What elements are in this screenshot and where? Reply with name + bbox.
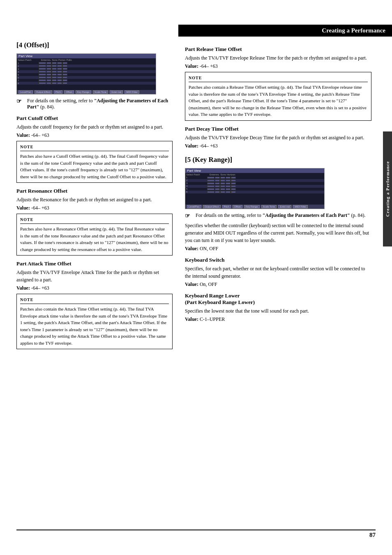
screenshot-keyrange: Part View Select Patch Enterres. Sons Ho… bbox=[185, 168, 325, 209]
section5-body: Specifies whether the controller (keyboa… bbox=[185, 222, 371, 244]
decay-value: Value: -64– +63 bbox=[185, 143, 371, 149]
bottom-divider bbox=[16, 530, 376, 530]
decay-body: Adjusts the TVA/TVF Envelope Decay Time … bbox=[185, 134, 371, 141]
release-body: Adjusts the TVA/TVF Envelope Release Tim… bbox=[185, 54, 371, 62]
page-number: 87 bbox=[369, 532, 376, 539]
keyboard-range-lower-heading: Keyboard Range Lower(Part Keyboard Range… bbox=[185, 292, 371, 306]
subsection-release: Part Release Time Offset Adjusts the TVA… bbox=[185, 46, 371, 121]
attack-heading: Part Attack Time Offset bbox=[16, 260, 173, 267]
cutoff-body: Adjusts the cutoff frequency for the pat… bbox=[16, 123, 173, 131]
cutoff-heading: Part Cutoff Offset bbox=[16, 115, 173, 122]
resonance-note-text: Patches also have a Resonance Offset set… bbox=[20, 226, 169, 253]
header-title: Creating a Performance bbox=[178, 25, 392, 37]
subsection-resonance: Part Resonance Offset Adjusts the Resona… bbox=[16, 188, 173, 256]
keyboard-range-lower-body: Specifies the lowest note that the tone … bbox=[185, 307, 371, 315]
ref-text-2: For details on the setting, refer to "Ad… bbox=[196, 212, 366, 219]
release-value: Value: -64– +63 bbox=[185, 63, 371, 69]
cutoff-note: NOTE Patches also have a Cutoff Offset s… bbox=[16, 141, 173, 183]
side-tab-text: Creating a Performance bbox=[385, 161, 390, 216]
right-column: Part Release Time Offset Adjusts the TVA… bbox=[185, 41, 371, 522]
keyboard-range-lower-value: Value: C-1–UPPER bbox=[185, 316, 371, 322]
subsection-decay: Part Decay Time Offset Adjusts the TVA/T… bbox=[185, 126, 371, 149]
subsection-attack: Part Attack Time Offset Adjusts the TVA/… bbox=[16, 260, 173, 349]
ref-icon-2: ☞ bbox=[185, 212, 193, 219]
resonance-heading: Part Resonance Offset bbox=[16, 188, 173, 194]
resonance-body: Adjusts the Resonance for the patch or r… bbox=[16, 196, 173, 203]
ref-line-1: ☞ For details on the setting, refer to "… bbox=[16, 98, 173, 110]
cutoff-value: Value: -64– +63 bbox=[16, 132, 173, 138]
ref-icon-1: ☞ bbox=[16, 98, 25, 105]
left-column: [4 (Offset)] Part View Select Patch Ente… bbox=[16, 41, 173, 522]
resonance-value: Value: -64– +63 bbox=[16, 205, 173, 211]
subsection-keyboard-switch: Keyboard Switch Specifies, for each part… bbox=[185, 257, 371, 288]
release-note-text: Patches also contain a Release Time Offs… bbox=[189, 84, 368, 118]
resonance-note: NOTE Patches also have a Resonance Offse… bbox=[16, 214, 173, 256]
cutoff-note-text: Patches also have a Cutoff Offset settin… bbox=[20, 153, 169, 180]
subsection-cutoff: Part Cutoff Offset Adjusts the cutoff fr… bbox=[16, 115, 173, 183]
subsection-keyboard-range-lower: Keyboard Range Lower(Part Keyboard Range… bbox=[185, 292, 371, 322]
attack-body: Adjusts the TVA/TVF Envelope Attack Time… bbox=[16, 269, 173, 283]
keyboard-switch-body: Specifies, for each part, whether or not… bbox=[185, 265, 371, 280]
release-note: NOTE Patches also contain a Release Time… bbox=[185, 72, 371, 121]
release-heading: Part Release Time Offset bbox=[185, 46, 371, 53]
keyboard-switch-value: Value: On, OFF bbox=[185, 281, 371, 288]
side-tab: Creating a Performance bbox=[383, 131, 392, 246]
section-5-heading: [5 (Key Range)] bbox=[185, 156, 371, 164]
screenshot-offset: Part View Select Patch Enterres. Sons Po… bbox=[16, 53, 156, 94]
attack-note-text: Patches also contain the Attack Time Off… bbox=[20, 306, 169, 346]
section-4-heading: [4 (Offset)] bbox=[16, 41, 173, 49]
main-content: [4 (Offset)] Part View Select Patch Ente… bbox=[16, 41, 371, 522]
section5-value: Value: ON, OFF bbox=[185, 246, 371, 252]
attack-note: NOTE Patches also contain the Attack Tim… bbox=[16, 294, 173, 349]
decay-heading: Part Decay Time Offset bbox=[185, 126, 371, 132]
keyboard-switch-heading: Keyboard Switch bbox=[185, 257, 371, 263]
ref-line-2: ☞ For details on the setting, refer to "… bbox=[185, 212, 371, 219]
attack-value: Value: -64– +63 bbox=[16, 285, 173, 291]
ref-text-1: For details on the setting, refer to "Ad… bbox=[27, 98, 173, 110]
